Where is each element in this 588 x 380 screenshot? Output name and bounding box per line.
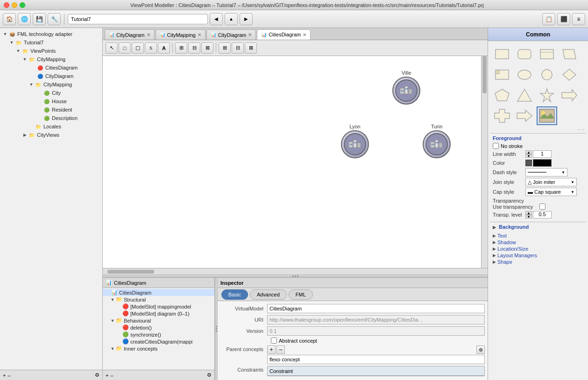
- tree-item-tutorial7[interactable]: ▼ 📁 Tutorial7: [0, 38, 102, 47]
- shape-parallelogram[interactable]: [559, 45, 580, 63]
- shape-triangle[interactable]: [514, 86, 535, 105]
- transp-level-down[interactable]: ▼: [525, 215, 532, 218]
- inspector-item-deletion[interactable]: 🔴 deletion(): [103, 324, 214, 331]
- tab-citydiagram-2[interactable]: 📊 CityDiagram ✕: [206, 29, 256, 40]
- tab-close-4[interactable]: ✕: [303, 32, 306, 37]
- toolbar-btn-3[interactable]: 💾: [33, 13, 46, 25]
- align-left[interactable]: ⊞: [175, 42, 187, 54]
- nav-back-button[interactable]: ◀: [210, 13, 223, 25]
- section-shape[interactable]: ▶ Shape: [493, 259, 583, 265]
- inspector-item-diagram[interactable]: 🔴 [ModelSlot] diagram (0–1): [103, 310, 214, 317]
- shape-circle[interactable]: [537, 65, 557, 84]
- tree-arrow-cityviews[interactable]: ▶: [21, 133, 28, 137]
- shape-rect[interactable]: [492, 45, 512, 63]
- toolbar-right-2[interactable]: ⬛: [557, 13, 570, 25]
- nav-forward-button[interactable]: ▶: [240, 13, 253, 25]
- inspector-item-citiesdiagram[interactable]: 📊 CitiesDiagram: [103, 289, 214, 296]
- inspector-item-structural[interactable]: ▼ 📁 Structural: [103, 296, 214, 303]
- inspector-item-mappingmodel[interactable]: 🔴 [ModelSlot] mappingmodel: [103, 303, 214, 310]
- tree-item-locales[interactable]: 📁 Locales: [0, 122, 102, 131]
- tree-settings-btn[interactable]: ⚙: [95, 372, 99, 378]
- transp-level-input[interactable]: 0.5: [533, 211, 552, 218]
- tree-item-citymapping2[interactable]: ▼ 📁 CityMapping: [0, 80, 102, 89]
- inspector-item-behavioural[interactable]: ▼ 📁 Behavioural: [103, 317, 214, 324]
- tab-fml[interactable]: FML: [289, 289, 313, 300]
- line-width-down[interactable]: ▼: [525, 154, 532, 158]
- shape-cross[interactable]: [492, 106, 512, 125]
- version-value[interactable]: 0.1: [267, 326, 485, 336]
- section-layout-managers[interactable]: ▶ Layout Managers: [493, 252, 583, 259]
- join-style-select[interactable]: △ Join miter ▼: [525, 178, 577, 186]
- inspector-item-synchronize[interactable]: 🟢 synchronize(): [103, 331, 214, 338]
- section-text[interactable]: ▶ Text: [493, 232, 583, 239]
- rounded-rect-tool[interactable]: ▢: [132, 42, 144, 54]
- tab-citydiagram-1[interactable]: 📊 CityDiagram ✕: [105, 29, 155, 40]
- rect-tool[interactable]: □: [119, 42, 131, 54]
- background-title[interactable]: ▶ Background: [493, 224, 583, 230]
- tab-advanced[interactable]: Advanced: [250, 289, 287, 300]
- tree-arrow-tutorial7[interactable]: ▼: [8, 40, 15, 45]
- inspector-item-innerconcepts[interactable]: ▼ 📁 Inner concepts: [103, 345, 214, 352]
- color-dropdown-btn[interactable]: [525, 160, 532, 166]
- cap-style-select[interactable]: ▬ Cap square ▼: [525, 188, 577, 196]
- shape-tool[interactable]: S: [145, 42, 157, 54]
- ia-arrow-2[interactable]: ▼: [109, 297, 116, 302]
- layout-1[interactable]: ⊞: [219, 42, 231, 54]
- tab-basic[interactable]: Basic: [221, 289, 248, 300]
- foreground-title[interactable]: Foreground: [493, 135, 583, 141]
- shape-rect2[interactable]: [537, 45, 557, 63]
- inspector-settings-btn[interactable]: ⚙: [207, 372, 212, 378]
- tree-remove-btn[interactable]: –: [7, 373, 10, 378]
- node-ville[interactable]: Ville: [392, 70, 420, 105]
- toolbar-btn-2[interactable]: 🌐: [18, 13, 31, 25]
- toolbar-right-1[interactable]: 📋: [542, 13, 555, 25]
- tree-item-viewpoints[interactable]: ▼ 📁 ViewPoints: [0, 47, 102, 55]
- use-transparency-checkbox[interactable]: [539, 204, 545, 210]
- node-turin[interactable]: Turin: [423, 124, 451, 158]
- tree-arrow-citymapping[interactable]: ▼: [21, 57, 28, 62]
- text-tool[interactable]: A: [158, 42, 170, 54]
- toolbar-right-3[interactable]: ≡: [572, 13, 585, 25]
- toolbar-btn-1[interactable]: 🏠: [3, 13, 16, 25]
- abstract-concept-checkbox[interactable]: [271, 338, 277, 344]
- align-right[interactable]: ⊠: [201, 42, 213, 54]
- toolbar-btn-4[interactable]: 🔧: [48, 13, 61, 25]
- tree-item-house[interactable]: 🟢 House: [0, 97, 102, 106]
- nav-up-button[interactable]: ▲: [225, 13, 238, 25]
- tab-citiesdiagram[interactable]: 📊 CitiesDiagram ✕: [257, 29, 311, 40]
- section-location-size[interactable]: ▶ Location/Size: [493, 246, 583, 252]
- ia-arrow-9[interactable]: ▼: [109, 346, 116, 351]
- parent-add-btn[interactable]: +: [267, 345, 276, 354]
- layout-3[interactable]: ⊠: [245, 42, 257, 54]
- tab-citymapping[interactable]: 📊 CityMapping ✕: [156, 29, 205, 40]
- select-tool[interactable]: ↖: [106, 42, 118, 54]
- diagram-canvas[interactable]: Ville: [103, 56, 488, 268]
- virtual-model-value[interactable]: CitiesDiagram: [267, 304, 485, 313]
- align-center[interactable]: ⊟: [188, 42, 200, 54]
- inspector-add-btn[interactable]: +: [106, 373, 108, 378]
- line-width-input[interactable]: 1: [533, 150, 552, 158]
- tree-arrow-fml[interactable]: ▼: [2, 32, 8, 36]
- ia-arrow-5[interactable]: ▼: [109, 318, 116, 323]
- color-box[interactable]: [533, 159, 552, 167]
- tree-item-city[interactable]: 🟢 City: [0, 89, 102, 97]
- shape-arrow-right2[interactable]: [514, 106, 535, 125]
- tree-arrow-citymapping2[interactable]: ▼: [28, 82, 35, 87]
- tree-item-resident[interactable]: 🟢 Resident: [0, 106, 102, 114]
- tree-item-fml[interactable]: ▼ 📦 FML technology adapter: [0, 30, 102, 38]
- tab-close-3[interactable]: ✕: [248, 32, 252, 37]
- shape-diamond[interactable]: [559, 65, 580, 84]
- shape-ellipse[interactable]: [514, 65, 535, 84]
- shape-rect3[interactable]: [492, 65, 512, 84]
- tree-add-btn[interactable]: +: [3, 373, 6, 378]
- shape-pentagon[interactable]: [492, 86, 512, 105]
- tab-close-2[interactable]: ✕: [198, 32, 201, 37]
- shape-image[interactable]: [537, 106, 557, 125]
- tree-item-description[interactable]: 🟢 Description: [0, 114, 102, 122]
- tree-item-citydiagram[interactable]: 🔵 CityDiagram: [0, 72, 102, 80]
- node-lyon[interactable]: Lyon: [341, 124, 369, 158]
- section-shadow[interactable]: ▶ Shadow: [493, 239, 583, 246]
- more-shapes-btn[interactable]: · · ·: [578, 127, 584, 132]
- inspector-remove-btn[interactable]: –: [110, 373, 113, 378]
- shape-roundrect[interactable]: [514, 45, 535, 63]
